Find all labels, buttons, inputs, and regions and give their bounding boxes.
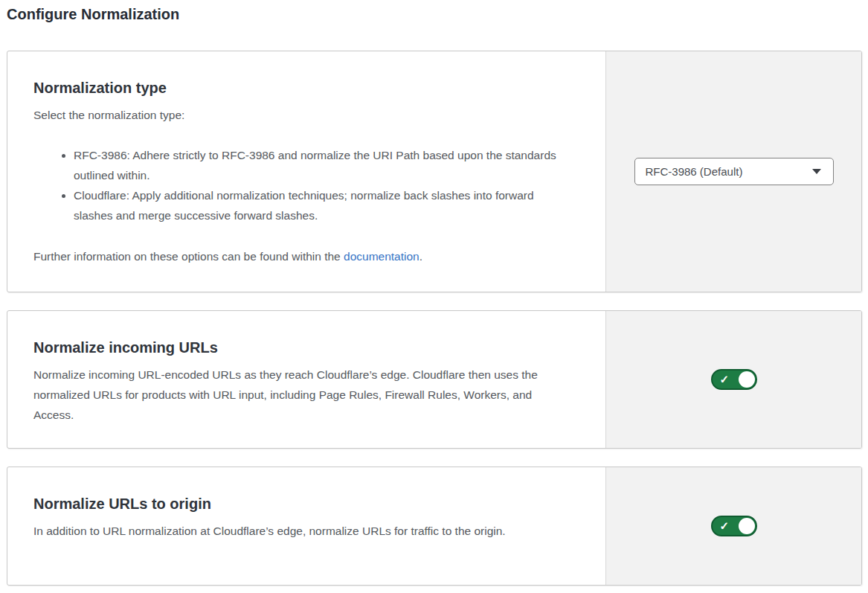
footer-suffix: . xyxy=(419,250,422,263)
card-normalize-incoming-urls: Normalize incoming URLs Normalize incomi… xyxy=(7,310,862,449)
normalization-type-intro: Select the normalization type: xyxy=(33,105,568,125)
normalization-type-side-panel: RFC-3986 (Default) xyxy=(605,51,861,292)
card-heading-normalization-type: Normalization type xyxy=(33,78,568,97)
normalize-urls-to-origin-side-panel: ✓ xyxy=(605,467,861,585)
toggle-knob xyxy=(739,518,755,534)
card-normalization-type: Normalization type Select the normalizat… xyxy=(7,51,862,292)
card-normalize-incoming-urls-content: Normalize incoming URLs Normalize incomi… xyxy=(7,311,605,448)
card-normalize-urls-to-origin-content: Normalize URLs to origin In addition to … xyxy=(7,467,605,585)
documentation-link[interactable]: documentation xyxy=(344,250,419,263)
check-icon: ✓ xyxy=(720,374,730,385)
bullet-cloudflare: Cloudflare: Apply additional normalizati… xyxy=(74,185,566,225)
card-normalize-urls-to-origin: Normalize URLs to origin In addition to … xyxy=(7,467,862,586)
page-title: Configure Normalization xyxy=(7,6,862,23)
configure-normalization-page: Configure Normalization Normalization ty… xyxy=(0,0,868,586)
toggle-knob xyxy=(739,371,755,388)
card-heading-normalize-incoming-urls: Normalize incoming URLs xyxy=(33,338,568,357)
bullet-rfc-3986: RFC-3986: Adhere strictly to RFC-3986 an… xyxy=(74,145,566,185)
card-normalization-type-content: Normalization type Select the normalizat… xyxy=(7,51,605,292)
normalize-urls-to-origin-description: In addition to URL normalization at Clou… xyxy=(33,521,554,541)
caret-down-icon xyxy=(812,169,821,174)
normalize-incoming-urls-description: Normalize incoming URL-encoded URLs as t… xyxy=(33,365,568,425)
card-heading-normalize-urls-to-origin: Normalize URLs to origin xyxy=(33,494,568,513)
normalize-incoming-urls-toggle[interactable]: ✓ xyxy=(711,369,757,390)
normalization-type-select-value: RFC-3986 (Default) xyxy=(646,165,743,178)
normalize-urls-to-origin-toggle[interactable]: ✓ xyxy=(711,516,757,536)
further-information-note: Further information on these options can… xyxy=(33,246,568,266)
normalize-incoming-urls-side-panel: ✓ xyxy=(605,311,861,448)
normalization-type-select[interactable]: RFC-3986 (Default) xyxy=(634,158,834,185)
check-icon: ✓ xyxy=(720,520,730,531)
normalization-type-options-list: RFC-3986: Adhere strictly to RFC-3986 an… xyxy=(33,145,568,225)
footer-prefix: Further information on these options can… xyxy=(33,250,344,263)
